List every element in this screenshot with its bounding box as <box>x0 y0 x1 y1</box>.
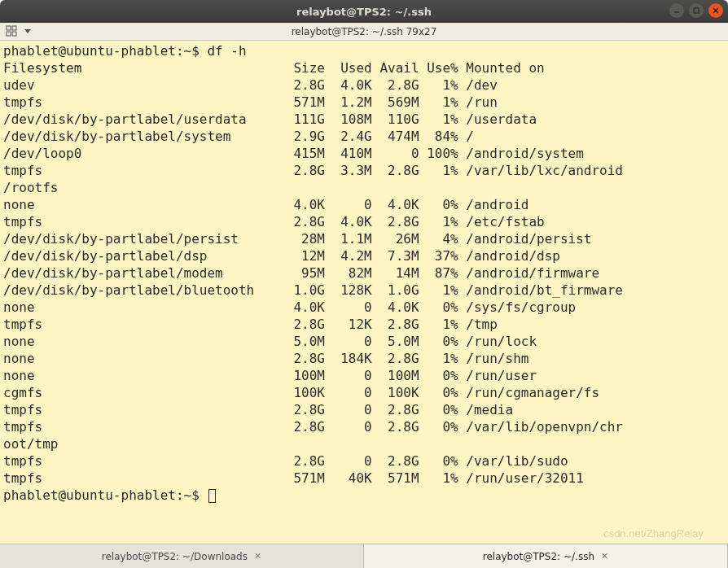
terminal-output[interactable]: phablet@ubuntu-phablet:~$ df -h Filesyst… <box>0 41 728 544</box>
svg-rect-4 <box>7 26 11 30</box>
split-layout-icon[interactable] <box>5 24 18 37</box>
close-button[interactable] <box>708 3 723 18</box>
close-icon[interactable]: ✕ <box>601 551 608 561</box>
svg-rect-6 <box>7 32 11 36</box>
window-controls <box>669 3 723 18</box>
tab-label: relaybot@TPS2: ~/Downloads <box>102 551 248 562</box>
svg-rect-7 <box>12 32 16 36</box>
tab-label: relaybot@TPS2: ~/.ssh <box>483 551 594 562</box>
minimize-button[interactable] <box>669 3 684 18</box>
text-cursor <box>208 489 216 503</box>
window-titlebar: relaybot@TPS2: ~/.ssh <box>0 0 728 23</box>
window-subtitle: relaybot@TPS2: ~/.ssh 79x27 <box>292 26 437 37</box>
menubar: relaybot@TPS2: ~/.ssh 79x27 <box>0 23 728 41</box>
tab-ssh[interactable]: relaybot@TPS2: ~/.ssh ✕ <box>364 544 728 568</box>
svg-rect-5 <box>12 26 16 30</box>
dropdown-icon[interactable] <box>21 24 34 37</box>
tab-downloads[interactable]: relaybot@TPS2: ~/Downloads ✕ <box>0 544 364 568</box>
watermark-text: csdn.net/ZhangRelay <box>603 525 704 542</box>
svg-marker-8 <box>24 29 31 33</box>
close-icon[interactable]: ✕ <box>254 551 261 561</box>
svg-rect-1 <box>694 8 699 13</box>
window-title: relaybot@TPS2: ~/.ssh <box>296 6 432 18</box>
tab-bar: relaybot@TPS2: ~/Downloads ✕ relaybot@TP… <box>0 544 728 568</box>
maximize-button[interactable] <box>689 3 704 18</box>
